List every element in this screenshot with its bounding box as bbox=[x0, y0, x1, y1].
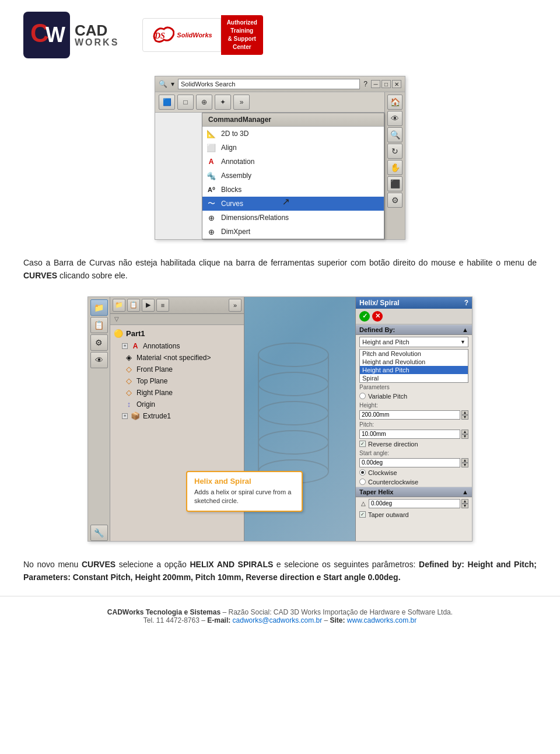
search-label: SolidWorks Search bbox=[181, 81, 235, 88]
right-icon-view[interactable]: 👁 bbox=[387, 111, 402, 126]
ls-btn-bottom[interactable]: 🔧 bbox=[90, 525, 108, 541]
toolbar-btn-2[interactable]: □ bbox=[177, 95, 194, 110]
ft-btn-1[interactable]: 📁 bbox=[113, 299, 125, 312]
toolbar-btn-1[interactable]: 🟦 bbox=[159, 95, 175, 110]
cm-item-align[interactable]: ⬜ Align bbox=[202, 141, 384, 155]
cm-item-label: Curves bbox=[221, 200, 243, 208]
hp-variable-pitch-radio[interactable] bbox=[359, 393, 366, 399]
hp-start-angle-input-row: ▲ ▼ bbox=[356, 458, 472, 468]
ls-btn-display[interactable]: 👁 bbox=[90, 352, 108, 368]
tooltip-title: Helix and Spiral bbox=[194, 477, 295, 486]
cm-menu-header: CommandManager bbox=[202, 113, 384, 127]
right-icon-zoom[interactable]: 🔍 bbox=[387, 127, 402, 142]
hp-option-pitch-revolution[interactable]: Pitch and Revolution bbox=[360, 350, 468, 358]
hp-start-angle-input[interactable] bbox=[359, 458, 460, 467]
ft-item-right-plane[interactable]: ◇ Right Plane bbox=[110, 387, 244, 399]
hp-option-height-pitch[interactable]: Height and Pitch bbox=[360, 366, 468, 374]
hp-pitch-input[interactable] bbox=[359, 430, 460, 439]
footer-email[interactable]: cadworks@cadworks.com.br bbox=[233, 616, 323, 624]
desc2-curves-bold: CURVES bbox=[82, 560, 116, 569]
ft-btn-more[interactable]: » bbox=[229, 299, 242, 312]
cm-item-dimxpert[interactable]: ⊕ DimXpert bbox=[202, 225, 384, 239]
right-icon-rotate[interactable]: ↻ bbox=[387, 144, 402, 159]
dimensions-icon: ⊕ bbox=[206, 212, 216, 223]
toolbar-btn-4[interactable]: ✦ bbox=[215, 95, 231, 110]
taper-icon: △ bbox=[359, 500, 368, 508]
hp-taper-input[interactable] bbox=[369, 499, 460, 508]
ft-btn-2[interactable]: 📋 bbox=[127, 299, 140, 312]
hp-taper-spin-up[interactable]: ▲ bbox=[461, 499, 468, 504]
hp-taper-helix-section[interactable]: Taper Helix ▲ bbox=[356, 487, 472, 497]
ft-item-origin[interactable]: ↕ Origin bbox=[110, 399, 244, 410]
ft-item-top-plane[interactable]: ◇ Top Plane bbox=[110, 375, 244, 387]
hp-variable-pitch-label: Variable Pitch bbox=[368, 393, 407, 400]
footer-tel: 11 4472-8763 bbox=[156, 616, 200, 624]
cm-item-2dto3d[interactable]: 📐 2D to 3D bbox=[202, 127, 384, 141]
right-icon-select[interactable]: ⬛ bbox=[387, 176, 402, 191]
hp-height-spin-up[interactable]: ▲ bbox=[461, 410, 468, 415]
hp-angle-spin-down[interactable]: ▼ bbox=[461, 463, 468, 467]
hp-cancel-button[interactable]: ✕ bbox=[372, 311, 383, 322]
hp-taper-outward-checkbox[interactable]: ✓ bbox=[359, 511, 366, 518]
maximize-button[interactable]: □ bbox=[382, 80, 391, 88]
hp-reverse-direction-checkbox[interactable]: ✓ bbox=[359, 441, 366, 447]
minimize-button[interactable]: ─ bbox=[371, 80, 380, 88]
ft-filter-bar: ▽ bbox=[110, 314, 244, 325]
toolbar-btn-3[interactable]: ⊕ bbox=[196, 95, 212, 110]
hp-angle-spin-up[interactable]: ▲ bbox=[461, 458, 468, 463]
ft-btn-4[interactable]: ≡ bbox=[156, 299, 169, 312]
expand-icon[interactable]: + bbox=[122, 343, 128, 349]
solidworks-window-screenshot: 🔍 ▾ SolidWorks Search ? ─ □ ✕ 🟦 □ ⊕ ✦ bbox=[155, 76, 405, 240]
footer-site[interactable]: www.cadworks.com.br bbox=[347, 616, 416, 624]
cm-item-blocks[interactable]: A⁰ Blocks bbox=[202, 183, 384, 197]
sw-dropdown-arrow[interactable]: ▾ bbox=[171, 80, 174, 88]
ft-item-material[interactable]: ◈ Material <not specified> bbox=[110, 352, 244, 364]
hp-toolbar: ✓ ✕ bbox=[356, 309, 472, 324]
hp-pitch-spin-down[interactable]: ▼ bbox=[461, 434, 468, 439]
ft-item-front-plane[interactable]: ◇ Front Plane bbox=[110, 364, 244, 375]
hp-defined-by-row: Height and Pitch ▼ bbox=[356, 335, 472, 349]
hp-taper-spin-down[interactable]: ▼ bbox=[461, 504, 468, 508]
right-icon-pan[interactable]: ✋ bbox=[387, 160, 402, 175]
footer-email-label: E-mail: bbox=[207, 616, 230, 624]
expand-icon[interactable]: + bbox=[122, 413, 128, 419]
cm-item-assembly[interactable]: 🔩 Assembly bbox=[202, 169, 384, 183]
desc2-helix-bold: HELIX AND SPIRALS bbox=[190, 560, 273, 569]
hp-counterclockwise-radio[interactable] bbox=[359, 479, 366, 485]
hp-defined-by-section[interactable]: Defined By: ▲ bbox=[356, 324, 472, 335]
command-manager-menu: CommandManager 📐 2D to 3D ⬜ Align A Anno… bbox=[202, 113, 384, 239]
sw-search-input[interactable]: SolidWorks Search bbox=[178, 79, 360, 89]
cm-item-curves[interactable]: 〜 Curves bbox=[202, 197, 384, 211]
toolbar-btn-more[interactable]: » bbox=[233, 95, 250, 110]
close-button[interactable]: ✕ bbox=[392, 80, 401, 88]
ft-item-annotations[interactable]: + A Annotations bbox=[110, 340, 244, 352]
hp-option-spiral[interactable]: Spiral bbox=[360, 374, 468, 382]
hp-clockwise-row: Clockwise bbox=[356, 468, 472, 477]
right-icon-options[interactable]: ⚙ bbox=[387, 193, 402, 208]
hp-height-spin-down[interactable]: ▼ bbox=[461, 415, 468, 420]
feature-tree-panel: 📁 📋 ▶ ≡ » ▽ 🟡 Part1 + A A bbox=[110, 297, 244, 541]
ft-item-extrude1[interactable]: + 📦 Extrude1 bbox=[110, 410, 244, 422]
ft-item-label: Material <not specified> bbox=[136, 354, 211, 362]
cm-item-annotation[interactable]: A Annotation bbox=[202, 155, 384, 169]
ls-btn-feature-tree[interactable]: 📁 bbox=[90, 299, 108, 316]
hp-help-icon: ? bbox=[464, 299, 468, 307]
ft-item-part1[interactable]: 🟡 Part1 bbox=[110, 327, 244, 340]
hp-pitch-input-row: ▲ ▼ bbox=[356, 429, 472, 439]
sw-toolbar-area: 🟦 □ ⊕ ✦ » CommandManager 📐 2D to 3D ⬜ A bbox=[155, 92, 384, 239]
hp-pitch-spin-up[interactable]: ▲ bbox=[461, 430, 468, 434]
align-icon: ⬜ bbox=[206, 142, 216, 153]
right-icon-home[interactable]: 🏠 bbox=[387, 95, 402, 110]
ls-btn-properties[interactable]: 📋 bbox=[90, 317, 108, 333]
hp-defined-by-dropdown[interactable]: Height and Pitch ▼ bbox=[359, 337, 468, 347]
hp-option-height-revolution[interactable]: Height and Revolution bbox=[360, 358, 468, 366]
annotation-icon: A bbox=[206, 156, 216, 167]
hp-clockwise-radio[interactable] bbox=[359, 469, 366, 476]
desc1-part2: clicando sobre ele. bbox=[57, 271, 128, 280]
ls-btn-config[interactable]: ⚙ bbox=[90, 334, 108, 351]
hp-height-label: Height: bbox=[356, 401, 472, 410]
ft-btn-3[interactable]: ▶ bbox=[142, 299, 155, 312]
hp-accept-button[interactable]: ✓ bbox=[359, 311, 370, 322]
hp-height-input[interactable] bbox=[359, 410, 460, 420]
cm-item-dimensions[interactable]: ⊕ Dimensions/Relations bbox=[202, 211, 384, 225]
